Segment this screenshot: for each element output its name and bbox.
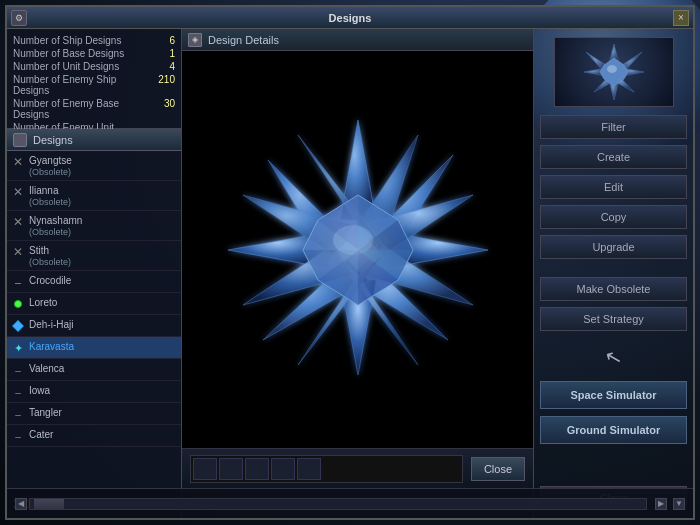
design-name-group: Nynashamn (Obsolete) — [29, 214, 82, 237]
design-name: Deh-i-Haji — [29, 318, 73, 331]
title-close-button[interactable]: × — [673, 10, 689, 26]
detail-header-text: Design Details — [208, 34, 279, 46]
right-panel: Filter Create Edit Copy Upgrade Make Obs… — [533, 29, 693, 518]
ship-visualization — [208, 100, 508, 400]
cross-icon: ✕ — [13, 155, 23, 169]
design-name: Karavasta — [29, 340, 74, 353]
thumb-item — [219, 458, 243, 480]
design-name: Gyangtse — [29, 154, 72, 167]
list-header-text: Designs — [33, 134, 73, 146]
space-simulator-button[interactable]: Space Simulator — [540, 381, 687, 409]
stat-row: Number of Ship Designs 6 — [13, 35, 175, 46]
list-item[interactable]: Loreto — [7, 293, 181, 315]
svg-point-35 — [607, 65, 617, 73]
design-icon: ✕ — [11, 245, 25, 259]
cross-icon: ✕ — [13, 245, 23, 259]
list-header: Designs — [7, 129, 181, 151]
ship-thumb-svg — [564, 42, 664, 102]
title-bar: ⚙ Designs × — [7, 7, 693, 29]
list-item[interactable]: Deh-i-Haji — [7, 315, 181, 337]
design-name: Ilianna — [29, 184, 71, 197]
list-item[interactable]: ✕ Nynashamn (Obsolete) — [7, 211, 181, 241]
center-bottom-bar: Close — [182, 448, 533, 488]
design-name: Stith — [29, 244, 71, 257]
design-icon: ✕ — [11, 155, 25, 169]
list-item[interactable]: – Valenca — [7, 359, 181, 381]
design-name-group: Stith (Obsolete) — [29, 244, 71, 267]
spacer — [540, 265, 687, 273]
detail-header-icon: ◈ — [188, 33, 202, 47]
list-item[interactable]: ✕ Gyangtse (Obsolete) — [7, 151, 181, 181]
close-main-button[interactable]: Close — [471, 457, 525, 481]
cross-white-icon: – — [15, 276, 21, 288]
design-sub: (Obsolete) — [29, 167, 72, 177]
design-name-group: Ilianna (Obsolete) — [29, 184, 71, 207]
design-icon: ✕ — [11, 215, 25, 229]
scroll-down-arrow[interactable]: ▼ — [673, 498, 685, 510]
detail-header: ◈ Design Details — [182, 29, 533, 51]
cross-icon: ✕ — [13, 185, 23, 199]
design-icon: – — [11, 407, 25, 421]
main-window: ⚙ Designs × Number of Ship Designs 6 Num… — [5, 5, 695, 520]
stat-value: 30 — [150, 98, 175, 120]
flex-spacer — [540, 451, 687, 482]
stat-row: Number of Base Designs 1 — [13, 48, 175, 59]
stat-label: Number of Unit Designs — [13, 61, 119, 72]
list-header-icon — [13, 133, 27, 147]
list-item[interactable]: – Crocodile — [7, 271, 181, 293]
stat-value: 6 — [150, 35, 175, 46]
design-sub: (Obsolete) — [29, 197, 71, 207]
bottom-bar: ◀ ▶ ▼ — [7, 488, 693, 518]
design-name-group: Gyangtse (Obsolete) — [29, 154, 72, 177]
make-obsolete-button[interactable]: Make Obsolete — [540, 277, 687, 301]
thumb-item — [297, 458, 321, 480]
cursor-area: ↖ — [540, 337, 687, 377]
design-sub: (Obsolete) — [29, 227, 82, 237]
design-name: Iowa — [29, 384, 50, 397]
create-button[interactable]: Create — [540, 145, 687, 169]
scroll-right-arrow[interactable]: ▶ — [655, 498, 667, 510]
design-icon: – — [11, 429, 25, 443]
cross-icon: – — [15, 409, 21, 420]
blue-diamond-icon — [12, 320, 23, 331]
design-icon: – — [11, 363, 25, 377]
teal-star-icon: ✦ — [14, 342, 23, 355]
design-icon: – — [11, 385, 25, 399]
edit-button[interactable]: Edit — [540, 175, 687, 199]
horizontal-scrollbar[interactable] — [29, 498, 647, 510]
stat-value: 1 — [150, 48, 175, 59]
center-panel: ◈ Design Details — [182, 29, 533, 488]
set-strategy-button[interactable]: Set Strategy — [540, 307, 687, 331]
scroll-left-arrow[interactable]: ◀ — [15, 498, 27, 510]
ship-thumbnail — [554, 37, 674, 107]
stat-row: Number of Unit Designs 4 — [13, 61, 175, 72]
stats-panel: Number of Ship Designs 6 Number of Base … — [7, 29, 182, 129]
list-item[interactable]: – Cater — [7, 425, 181, 447]
design-list: ✕ Gyangtse (Obsolete) ✕ Ilianna (Obsolet… — [7, 151, 181, 488]
upgrade-button[interactable]: Upgrade — [540, 235, 687, 259]
design-name: Valenca — [29, 362, 64, 375]
thumb-item — [193, 458, 217, 480]
stat-label: Number of Enemy Ship Designs — [13, 74, 150, 96]
filter-button[interactable]: Filter — [540, 115, 687, 139]
stat-label: Number of Ship Designs — [13, 35, 121, 46]
design-name: Loreto — [29, 296, 57, 309]
stat-row: Number of Enemy Base Designs 30 — [13, 98, 175, 120]
design-name: Crocodile — [29, 274, 71, 287]
stat-row: Number of Enemy Ship Designs 210 — [13, 74, 175, 96]
list-item[interactable]: ✕ Ilianna (Obsolete) — [7, 181, 181, 211]
cross-icon: ✕ — [13, 215, 23, 229]
list-item[interactable]: – Tangler — [7, 403, 181, 425]
thumbnail-strip — [190, 455, 463, 483]
designs-list-panel: Designs ✕ Gyangtse (Obsolete) ✕ Ilianna … — [7, 129, 182, 488]
ground-simulator-button[interactable]: Ground Simulator — [540, 416, 687, 444]
design-name: Cater — [29, 428, 53, 441]
list-item[interactable]: ✦ Karavasta — [7, 337, 181, 359]
stat-label: Number of Enemy Base Designs — [13, 98, 150, 120]
list-item[interactable]: – Iowa — [7, 381, 181, 403]
list-item[interactable]: ✕ Stith (Obsolete) — [7, 241, 181, 271]
design-icon: ✦ — [11, 341, 25, 355]
copy-button[interactable]: Copy — [540, 205, 687, 229]
design-name: Nynashamn — [29, 214, 82, 227]
cursor-icon: ↖ — [602, 343, 625, 371]
